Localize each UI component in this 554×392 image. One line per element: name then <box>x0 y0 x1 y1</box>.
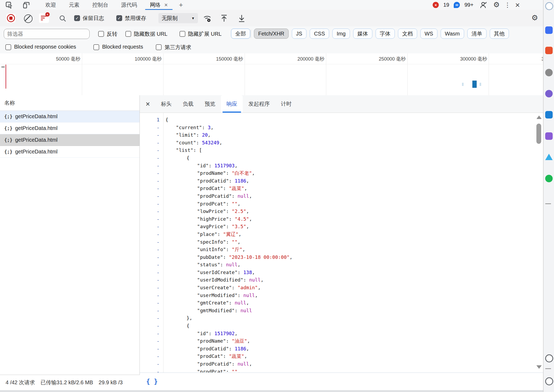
hide-data-urls-checkbox[interactable] <box>125 31 131 37</box>
detail-tab-负载[interactable]: 负载 <box>177 95 199 113</box>
timeline-cell: 300000 毫秒 <box>407 53 489 95</box>
sidebar-app-icon-orange[interactable] <box>545 47 553 54</box>
line-number: - <box>140 200 163 208</box>
sidebar-divider[interactable] <box>545 203 551 204</box>
code-line: -"avgPrice": "3.5", <box>140 223 535 231</box>
message-badge-icon[interactable] <box>454 2 460 8</box>
filter-type-字体[interactable]: 字体 <box>376 29 395 39</box>
divider <box>0 64 543 64</box>
request-row[interactable]: {;}getPriceData.html <box>0 111 140 122</box>
import-har-icon[interactable] <box>219 14 229 23</box>
close-tab-icon[interactable]: × <box>164 2 168 8</box>
detail-tab-响应[interactable]: 响应 <box>221 95 243 113</box>
detail-tab-发起程序[interactable]: 发起程序 <box>243 95 275 113</box>
filter-type-Fetch/XHR[interactable]: Fetch/XHR <box>254 29 289 39</box>
tabbar-right-controls: × 19 99+ ⚙ ⋮ × <box>433 0 520 10</box>
filter-type-文档[interactable]: 文档 <box>398 29 417 39</box>
timeline-tick-label: 50000 毫秒 <box>56 56 80 62</box>
line-number: - <box>140 345 163 353</box>
detail-tab-标头[interactable]: 标头 <box>155 95 177 113</box>
preserve-log-label: 保留日志 <box>83 15 104 22</box>
divider <box>251 30 251 38</box>
preserve-log-checkbox[interactable] <box>74 15 80 21</box>
more-tabs-button[interactable]: + <box>174 0 188 10</box>
throttling-select[interactable]: 无限制 ▼ <box>158 13 198 23</box>
sidebar-app-icon-cyan[interactable] <box>545 154 553 160</box>
record-network-log-button[interactable] <box>6 14 15 23</box>
devtools-tab-控制台[interactable]: 控制台 <box>86 0 115 10</box>
sidebar-app-icon-purple[interactable] <box>545 90 553 97</box>
line-number: - <box>140 276 163 284</box>
code-line: -}, <box>140 314 535 322</box>
filter-type-all[interactable]: 全部 <box>231 29 250 39</box>
sidebar-divider-2[interactable] <box>545 368 551 369</box>
xhr-type-icon: {;} <box>4 149 13 155</box>
export-har-icon[interactable] <box>236 14 247 23</box>
request-row[interactable]: {;}getPriceData.html <box>0 122 140 134</box>
clear-network-log-icon[interactable] <box>24 14 33 23</box>
settings-gear-icon[interactable]: ⚙ <box>493 1 500 9</box>
sidebar-app-icon-gray[interactable] <box>545 69 553 76</box>
code-line: -"limit": 20, <box>140 131 535 139</box>
sidebar-app-icon-blue[interactable] <box>545 26 553 34</box>
search-icon[interactable] <box>57 14 68 23</box>
devtools-tab-欢迎[interactable]: 欢迎 <box>39 0 62 10</box>
filter-type-媒体[interactable]: 媒体 <box>353 29 372 39</box>
filter-toggle-icon[interactable]: × <box>39 13 49 23</box>
code-line: -"status": null, <box>140 261 535 269</box>
devtools-tab-网络[interactable]: 网络× <box>144 0 174 10</box>
request-row[interactable]: {;}getPriceData.html <box>0 146 140 158</box>
kebab-menu-icon[interactable]: ⋮ <box>504 2 511 8</box>
devtools-tab-源代码[interactable]: 源代码 <box>115 0 144 10</box>
inspect-element-icon[interactable] <box>4 1 14 10</box>
filter-type-清单[interactable]: 清单 <box>467 29 487 39</box>
line-number: - <box>140 146 163 154</box>
format-json-button[interactable]: { } <box>146 378 158 385</box>
sidebar-app-icon-green[interactable] <box>545 175 553 182</box>
blocked-requests-checkbox[interactable] <box>93 44 99 50</box>
response-body-viewer[interactable]: 1{-"current": 3,-"limit": 20,-"count": 5… <box>140 113 535 373</box>
invert-checkbox[interactable] <box>98 31 104 37</box>
request-row[interactable]: {;}getPriceData.html <box>0 134 140 146</box>
timeline-handle[interactable] <box>1 66 5 68</box>
request-list-header[interactable]: 名称 <box>0 95 140 111</box>
request-activity-bar[interactable] <box>472 81 477 88</box>
network-settings-gear-icon[interactable]: ⚙ <box>531 14 538 22</box>
network-overview-timeline[interactable]: 350000 毫秒300000 毫秒250000 毫秒200000 毫秒1500… <box>0 53 543 96</box>
filter-type-WS[interactable]: WS <box>420 29 437 39</box>
hide-extension-urls-checkbox[interactable] <box>180 31 185 37</box>
request-list-panel: 名称 {;}getPriceData.html{;}getPriceData.h… <box>0 95 140 375</box>
filter-type-其他[interactable]: 其他 <box>490 29 509 39</box>
disable-cache-checkbox[interactable] <box>116 15 122 21</box>
filter-type-CSS[interactable]: CSS <box>310 29 329 39</box>
scroll-up-icon[interactable] <box>536 116 542 119</box>
devtools-tab-元素[interactable]: 元素 <box>62 0 86 10</box>
detail-tab-计时[interactable]: 计时 <box>275 95 297 113</box>
scroll-down-icon[interactable] <box>536 365 542 369</box>
sidebar-gear-outline-icon-2[interactable] <box>545 377 553 385</box>
scrollbar-thumb[interactable] <box>536 124 541 144</box>
error-badge-icon[interactable]: × <box>433 2 439 8</box>
sidebar-app-icon-violet[interactable] <box>545 132 553 140</box>
detail-tab-预览[interactable]: 预览 <box>199 95 221 113</box>
timeline-cell: 100000 毫秒 <box>82 53 164 95</box>
response-scrollbar[interactable] <box>536 113 543 373</box>
blocked-response-cookies-checkbox[interactable] <box>5 44 11 50</box>
line-content: "userIdModified": null, <box>163 276 535 284</box>
filter-type-Img[interactable]: Img <box>332 29 350 39</box>
filter-input[interactable] <box>4 29 90 39</box>
close-devtools-icon[interactable]: × <box>515 1 520 9</box>
device-toolbar-icon[interactable] <box>21 1 31 10</box>
code-line: -"userIdCreate": 138, <box>140 269 535 276</box>
sidebar-top-ring-icon[interactable] <box>545 2 553 10</box>
third-party-requests-checkbox[interactable] <box>156 44 162 50</box>
line-number: - <box>140 314 163 322</box>
filter-type-Wasm[interactable]: Wasm <box>441 29 464 39</box>
filter-type-JS[interactable]: JS <box>292 29 306 39</box>
sidebar-app-icon-blue-2[interactable] <box>545 111 553 118</box>
feedback-person-icon[interactable] <box>478 1 489 10</box>
network-conditions-icon[interactable] <box>202 14 213 23</box>
close-detail-icon[interactable]: × <box>146 100 150 108</box>
sidebar-gear-outline-icon[interactable] <box>545 354 553 362</box>
code-line: -"place": "冀辽", <box>140 231 535 238</box>
